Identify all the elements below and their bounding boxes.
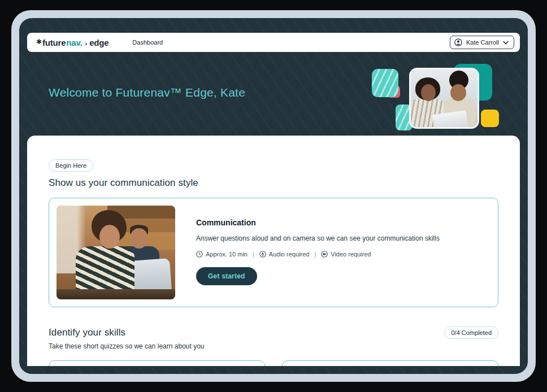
user-avatar-icon: [454, 38, 462, 46]
communication-card: Communication Answer questions aloud and…: [49, 198, 498, 307]
skills-section-subheading: Take these short quizzes so we can learn…: [49, 342, 498, 350]
logo-separator: ›: [85, 40, 87, 47]
progress-badge: 0/4 Completed: [444, 326, 498, 339]
top-navbar: ✱ future nav. › edge Dashboard Kate Carr…: [27, 33, 520, 52]
video-icon: [321, 251, 328, 258]
communication-card-image: [57, 206, 175, 299]
decor-yellow-square: [481, 110, 499, 127]
quiz-card-grid: [49, 360, 498, 366]
logo-word-edge: edge: [89, 38, 108, 47]
app-screen: ✱ future nav. › edge Dashboard Kate Carr…: [19, 18, 528, 374]
meta-separator: |: [314, 251, 316, 258]
logo-asterisk-icon: ✱: [36, 38, 42, 46]
communication-card-description: Answer questions aloud and on camera so …: [196, 234, 440, 242]
logo-word-nav: nav.: [66, 38, 82, 47]
skills-section-heading: Identify your skills: [49, 327, 125, 338]
begin-here-badge: Begin Here: [49, 159, 93, 172]
user-menu-button[interactable]: Kate Carroll: [450, 36, 514, 49]
user-name-label: Kate Carroll: [466, 39, 499, 46]
meta-video: Video required: [321, 251, 371, 258]
nav-item-dashboard[interactable]: Dashboard: [132, 39, 163, 46]
chevron-down-icon: [503, 41, 509, 45]
main-content-panel: Begin Here Show us your communication st…: [27, 136, 520, 366]
welcome-title: Welcome to Futurenav™ Edge, Kate: [49, 86, 245, 99]
futurenav-edge-logo[interactable]: ✱ future nav. › edge: [36, 38, 108, 47]
clock-icon: [196, 251, 203, 258]
communication-card-title: Communication: [196, 218, 440, 227]
get-started-button[interactable]: Get started: [196, 267, 257, 285]
hero-banner: Welcome to Futurenav™ Edge, Kate: [27, 52, 520, 136]
meta-separator: |: [253, 251, 254, 258]
logo-word-future: future: [42, 38, 66, 47]
quiz-card-2[interactable]: [282, 360, 498, 366]
communication-section-heading: Show us your communication style: [49, 177, 498, 189]
skills-section-header: Identify your skills 0/4 Completed: [49, 326, 498, 339]
communication-card-meta: Approx. 10 min | Audio required |: [196, 251, 440, 258]
meta-duration: Approx. 10 min: [196, 251, 248, 258]
quiz-card-1[interactable]: [49, 360, 265, 366]
audio-icon: [259, 251, 266, 258]
decor-striped-square-top: [372, 69, 398, 97]
meta-audio: Audio required: [259, 251, 310, 258]
device-frame: ✱ future nav. › edge Dashboard Kate Carr…: [11, 10, 536, 382]
hero-photo-collaboration: [409, 68, 479, 129]
